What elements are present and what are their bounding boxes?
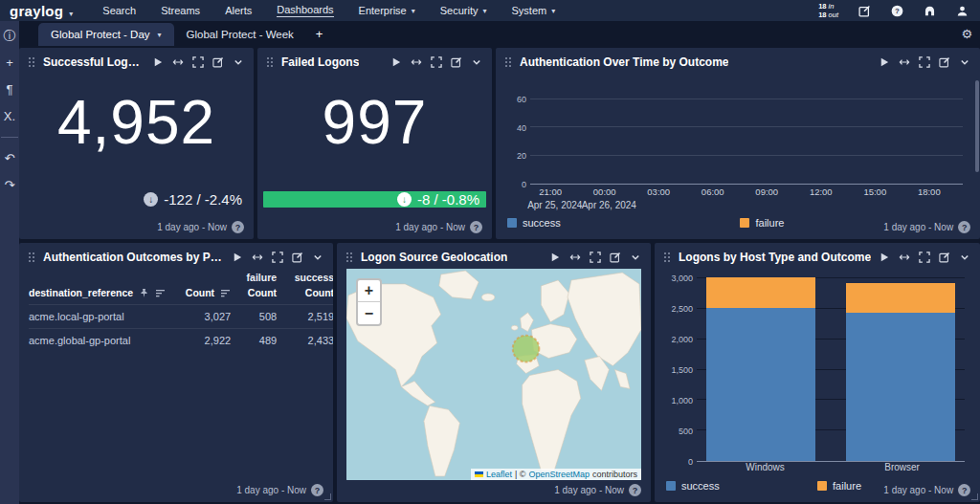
- graylog-app: graylog ▾ SearchStreamsAlertsDashboardsE…: [0, 0, 980, 504]
- info-icon[interactable]: ⓘ: [0, 30, 19, 42]
- x-tick: 15:00: [863, 186, 886, 197]
- drag-handle-icon[interactable]: [505, 57, 512, 68]
- tab-global-protect-week[interactable]: Global Protect - Week: [174, 23, 306, 46]
- chevron-down-icon[interactable]: [233, 56, 244, 68]
- chevron-down-icon: ▾: [482, 7, 486, 15]
- pin-icon[interactable]: [139, 288, 149, 298]
- fullscreen-icon[interactable]: [919, 56, 930, 68]
- move-horizontal-icon[interactable]: [569, 252, 581, 263]
- home-icon[interactable]: [923, 4, 936, 17]
- drag-handle-icon[interactable]: [267, 57, 274, 68]
- drag-handle-icon[interactable]: [29, 57, 35, 68]
- help-icon[interactable]: ?: [629, 484, 641, 496]
- stacked-bar-browser: [846, 273, 955, 461]
- drag-handle-icon[interactable]: [346, 252, 353, 263]
- scrollbar[interactable]: [975, 80, 979, 172]
- chevron-down-icon[interactable]: [312, 252, 323, 263]
- nav-item-security[interactable]: Security▾: [428, 0, 500, 21]
- world-map[interactable]: + − Leaflet | © OpenStreetMap contributo…: [346, 269, 641, 480]
- legend-item-success[interactable]: success: [507, 217, 561, 229]
- resize-handle[interactable]: [971, 493, 978, 500]
- legend-item-success[interactable]: success: [666, 480, 720, 492]
- chevron-down-icon[interactable]: [471, 56, 482, 68]
- variable-icon[interactable]: X.: [0, 110, 19, 122]
- throughput-indicator[interactable]: 18 in 18 out: [818, 2, 838, 20]
- edit-icon[interactable]: [939, 56, 950, 68]
- help-icon[interactable]: ?: [470, 221, 482, 233]
- play-icon[interactable]: [879, 56, 890, 68]
- play-icon[interactable]: [879, 252, 890, 263]
- edit-icon[interactable]: [610, 252, 621, 263]
- nav-item-alerts[interactable]: Alerts: [212, 0, 264, 21]
- fullscreen-icon[interactable]: [919, 252, 930, 263]
- move-horizontal-icon[interactable]: [411, 56, 422, 68]
- nav-item-enterprise[interactable]: Enterprise▾: [346, 0, 428, 21]
- nav-item-search[interactable]: Search: [90, 0, 148, 21]
- graylog-logo[interactable]: graylog ▾: [10, 3, 73, 19]
- zoom-out-button[interactable]: −: [358, 302, 380, 324]
- sidebar-divider: [1, 137, 18, 138]
- help-icon[interactable]: ?: [890, 4, 903, 17]
- play-icon[interactable]: [232, 252, 243, 263]
- redo-icon[interactable]: ↷: [0, 179, 19, 191]
- legend-item-failure[interactable]: failure: [817, 480, 861, 492]
- fullscreen-icon[interactable]: [590, 252, 601, 263]
- gear-icon[interactable]: ⚙: [961, 27, 972, 41]
- play-icon[interactable]: [390, 56, 402, 68]
- move-horizontal-icon[interactable]: [172, 56, 184, 68]
- widget-toolbar: [152, 56, 244, 68]
- pilcrow-icon[interactable]: ¶: [0, 83, 19, 96]
- edit-icon[interactable]: [212, 56, 224, 68]
- nav-right: 18 in 18 out ?: [818, 2, 969, 20]
- x-tick: 21:00: [539, 186, 562, 197]
- legend-item-failure[interactable]: failure: [740, 217, 784, 229]
- edit-icon[interactable]: [292, 252, 303, 263]
- widget-title: Authentication Over Time by Outcome: [520, 55, 728, 69]
- move-horizontal-icon[interactable]: [252, 252, 263, 263]
- nav-item-streams[interactable]: Streams: [148, 0, 212, 21]
- x-date-label: Apr 25, 2024: [527, 200, 582, 210]
- openstreetmap-link[interactable]: OpenStreetMap: [528, 470, 590, 479]
- undo-icon[interactable]: ↶: [0, 152, 19, 164]
- resize-handle[interactable]: [324, 493, 331, 500]
- edit-icon[interactable]: [939, 252, 950, 263]
- chevron-down-icon[interactable]: [959, 56, 970, 68]
- gridline: [530, 155, 963, 156]
- help-icon[interactable]: ?: [232, 221, 244, 233]
- add-icon[interactable]: +: [0, 56, 19, 69]
- trend-bar: ↓ -8 / -0.8%: [263, 191, 486, 208]
- move-horizontal-icon[interactable]: [899, 252, 910, 263]
- x-tick: 09:00: [755, 186, 778, 197]
- sort-icon[interactable]: [155, 288, 166, 298]
- chevron-down-icon: ▾: [412, 7, 415, 15]
- nav-item-system[interactable]: System▾: [500, 0, 568, 21]
- zoom-in-button[interactable]: +: [358, 280, 380, 302]
- table-cell: 489: [236, 329, 282, 352]
- column-header-failure-count: Count: [236, 284, 282, 304]
- edit-icon[interactable]: [451, 56, 462, 68]
- fullscreen-icon[interactable]: [431, 56, 442, 68]
- drag-handle-icon[interactable]: [29, 252, 35, 263]
- help-icon[interactable]: ?: [958, 484, 970, 496]
- nav-item-dashboards[interactable]: Dashboards: [264, 0, 345, 21]
- compose-icon[interactable]: [858, 4, 871, 17]
- user-icon[interactable]: [955, 4, 969, 17]
- fullscreen-icon[interactable]: [192, 56, 204, 68]
- svg-text:?: ?: [895, 7, 900, 15]
- widget-successful-logons: Successful Logons 4,952 ↓ -122 / -2.4% 1…: [19, 48, 254, 239]
- help-icon[interactable]: ?: [311, 484, 323, 496]
- play-icon[interactable]: [549, 252, 561, 263]
- stacked-bar-windows: [706, 273, 815, 461]
- sort-icon[interactable]: [220, 288, 231, 298]
- tab-global-protect-day[interactable]: Global Protect - Day▾: [38, 23, 174, 46]
- fullscreen-icon[interactable]: [272, 252, 283, 263]
- tab-list: Global Protect - Day▾Global Protect - We…: [38, 23, 306, 46]
- drag-handle-icon[interactable]: [664, 252, 671, 263]
- leaflet-link[interactable]: Leaflet: [486, 470, 512, 479]
- chevron-down-icon[interactable]: [630, 252, 641, 263]
- move-horizontal-icon[interactable]: [899, 56, 910, 68]
- chevron-down-icon[interactable]: [959, 252, 970, 263]
- play-icon[interactable]: [152, 56, 164, 68]
- help-icon[interactable]: ?: [958, 221, 970, 233]
- add-tab-button[interactable]: +: [306, 22, 333, 46]
